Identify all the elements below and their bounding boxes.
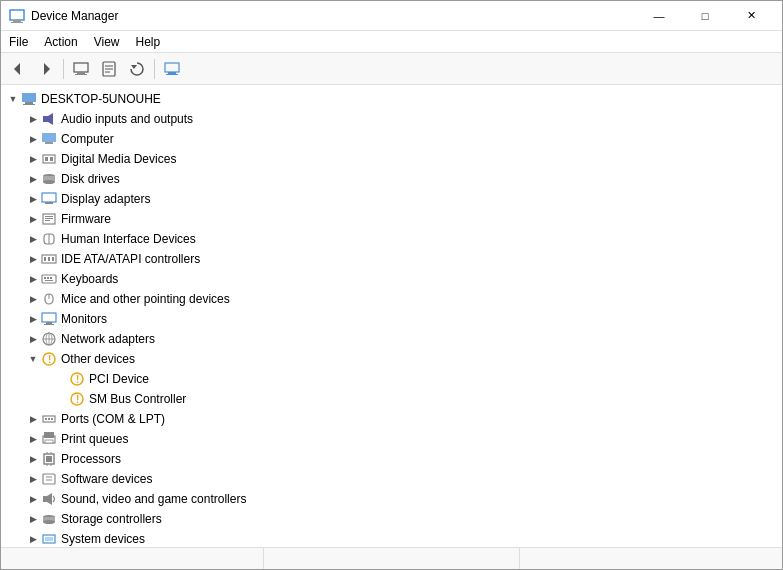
svg-rect-77 xyxy=(43,496,47,502)
svg-point-81 xyxy=(43,520,55,524)
tree-item-mice[interactable]: ▶ Mice and other pointing devices xyxy=(1,289,782,309)
tree-item-monitors[interactable]: ▶ Monitors xyxy=(1,309,782,329)
tree-item-network[interactable]: ▶ Network adapters xyxy=(1,329,782,349)
tree-item-hid[interactable]: ▶ Human Interface Devices xyxy=(1,229,782,249)
svg-rect-13 xyxy=(165,63,179,72)
close-button[interactable]: ✕ xyxy=(728,1,774,31)
update-button[interactable] xyxy=(124,56,150,82)
computer-label: Computer xyxy=(61,132,114,146)
display-icon xyxy=(41,191,57,207)
svg-point-28 xyxy=(43,180,55,184)
tree-item-keyboards[interactable]: ▶ Keyboards xyxy=(1,269,782,289)
svg-rect-50 xyxy=(44,324,54,325)
menu-view[interactable]: View xyxy=(86,31,128,52)
ide-icon xyxy=(41,251,57,267)
svg-rect-49 xyxy=(46,322,52,324)
root-label: DESKTOP-5UNOUHE xyxy=(41,92,161,106)
firmware-icon xyxy=(41,211,57,227)
disk-expand-icon: ▶ xyxy=(25,171,41,187)
disk-label: Disk drives xyxy=(61,172,120,186)
svg-rect-1 xyxy=(13,20,21,22)
minimize-button[interactable]: — xyxy=(636,1,682,31)
menu-help[interactable]: Help xyxy=(128,31,169,52)
svg-rect-38 xyxy=(44,257,46,261)
tree-item-display[interactable]: ▶ Display adapters xyxy=(1,189,782,209)
firmware-label: Firmware xyxy=(61,212,111,226)
tree-item-software[interactable]: ▶ Software devices xyxy=(1,469,782,489)
toolbar-separator-2 xyxy=(154,59,155,79)
forward-button[interactable] xyxy=(33,56,59,82)
svg-text:!: ! xyxy=(76,374,79,385)
tree-item-audio[interactable]: ▶ Audio inputs and outputs xyxy=(1,109,782,129)
ports-label: Ports (COM & LPT) xyxy=(61,412,165,426)
monitors-icon xyxy=(41,311,57,327)
svg-rect-6 xyxy=(77,72,85,74)
svg-rect-69 xyxy=(46,456,52,462)
svg-rect-39 xyxy=(48,257,50,261)
tree-item-digital[interactable]: ▶ Digital Media Devices xyxy=(1,149,782,169)
audio-expand-icon: ▶ xyxy=(25,111,41,127)
display-label: Display adapters xyxy=(61,192,150,206)
svg-rect-24 xyxy=(45,157,48,161)
status-bar xyxy=(1,547,782,569)
digital-icon xyxy=(41,151,57,167)
content-area[interactable]: ▼ DESKTOP-5UNOUHE ▶ xyxy=(1,85,782,547)
svg-marker-3 xyxy=(14,63,20,75)
status-pane-3 xyxy=(520,548,774,569)
device-tree: ▼ DESKTOP-5UNOUHE ▶ xyxy=(1,89,782,547)
menu-action[interactable]: Action xyxy=(36,31,85,52)
hid-expand-icon: ▶ xyxy=(25,231,41,247)
svg-marker-20 xyxy=(48,113,53,125)
title-bar-left: Device Manager xyxy=(9,8,118,24)
system-label: System devices xyxy=(61,532,145,546)
tree-item-print[interactable]: ▶ Print queues xyxy=(1,429,782,449)
monitors-expand-icon: ▶ xyxy=(25,311,41,327)
svg-rect-48 xyxy=(42,313,56,322)
tree-item-smbus[interactable]: ▶ ! SM Bus Controller xyxy=(1,389,782,409)
network-label: Network adapters xyxy=(61,332,155,346)
maximize-button[interactable]: □ xyxy=(682,1,728,31)
tree-item-sound[interactable]: ▶ Sound, video and game controllers xyxy=(1,489,782,509)
sound-label: Sound, video and game controllers xyxy=(61,492,246,506)
ports-icon xyxy=(41,411,57,427)
device-manager-button[interactable] xyxy=(68,56,94,82)
processors-icon xyxy=(41,451,57,467)
software-expand-icon: ▶ xyxy=(25,471,41,487)
tree-item-other[interactable]: ▼ ! Other devices xyxy=(1,349,782,369)
svg-rect-40 xyxy=(52,257,54,261)
keyboards-label: Keyboards xyxy=(61,272,118,286)
toolbar xyxy=(1,53,782,85)
ide-expand-icon: ▶ xyxy=(25,251,41,267)
tree-item-ide[interactable]: ▶ IDE ATA/ATAPI controllers xyxy=(1,249,782,269)
svg-rect-17 xyxy=(25,102,33,104)
tree-item-processors[interactable]: ▶ Processors xyxy=(1,449,782,469)
tree-item-computer[interactable]: ▶ Computer xyxy=(1,129,782,149)
svg-rect-21 xyxy=(42,133,56,142)
svg-rect-2 xyxy=(11,22,23,23)
tree-item-firmware[interactable]: ▶ Firmware xyxy=(1,209,782,229)
svg-rect-29 xyxy=(42,193,56,202)
title-buttons: — □ ✕ xyxy=(636,1,774,31)
tree-item-pci[interactable]: ▶ ! PCI Device xyxy=(1,369,782,389)
software-label: Software devices xyxy=(61,472,152,486)
tree-item-storage[interactable]: ▶ Storage controllers xyxy=(1,509,782,529)
menu-bar: File Action View Help xyxy=(1,31,782,53)
tree-item-system[interactable]: ▶ System devices xyxy=(1,529,782,547)
svg-rect-22 xyxy=(45,142,53,144)
sound-expand-icon: ▶ xyxy=(25,491,41,507)
svg-rect-34 xyxy=(45,220,50,221)
back-button[interactable] xyxy=(5,56,31,82)
firmware-expand-icon: ▶ xyxy=(25,211,41,227)
storage-icon xyxy=(41,511,57,527)
storage-expand-icon: ▶ xyxy=(25,511,41,527)
display-button[interactable] xyxy=(159,56,185,82)
svg-text:!: ! xyxy=(48,354,51,365)
storage-label: Storage controllers xyxy=(61,512,162,526)
root-expand-icon: ▼ xyxy=(5,91,21,107)
menu-file[interactable]: File xyxy=(1,31,36,52)
tree-item-ports[interactable]: ▶ Ports (COM & LPT) xyxy=(1,409,782,429)
tree-item-disk[interactable]: ▶ Disk drives xyxy=(1,169,782,189)
properties-button[interactable] xyxy=(96,56,122,82)
tree-root[interactable]: ▼ DESKTOP-5UNOUHE xyxy=(1,89,782,109)
digital-expand-icon: ▶ xyxy=(25,151,41,167)
